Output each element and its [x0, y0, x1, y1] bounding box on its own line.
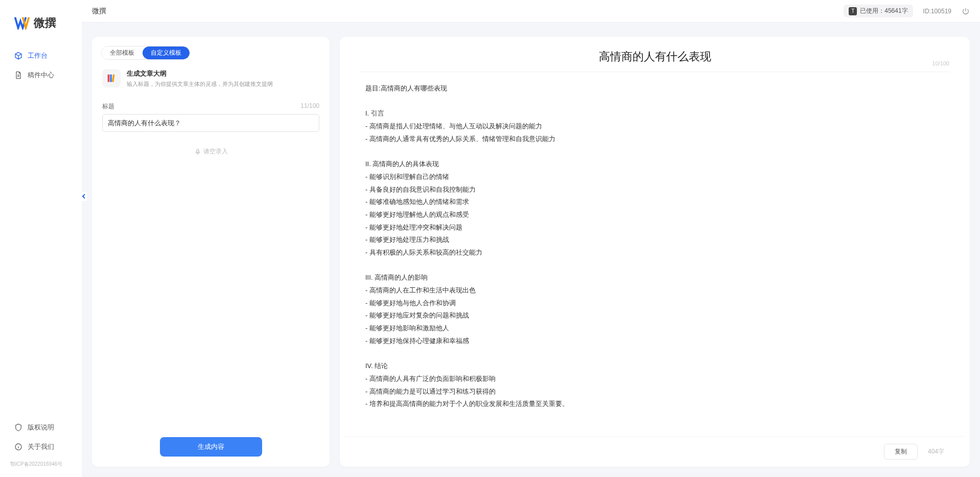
logo: 微撰 [0, 15, 82, 46]
template-card: 生成文章大纲 输入标题，为你提供文章主体的灵感，并为其创建推文提纲 [92, 66, 330, 97]
usage-badge[interactable]: T 已使用：45641字 [844, 5, 913, 17]
voice-input-button[interactable]: 请空录入 [92, 137, 330, 166]
sidebar-item-label: 稿件中心 [28, 71, 54, 80]
sidebar-item-drafts[interactable]: 稿件中心 [0, 65, 82, 85]
sidebar-item-label: 关于我们 [28, 442, 54, 451]
svg-rect-2 [110, 75, 112, 82]
sidebar-item-workspace[interactable]: 工作台 [0, 46, 82, 65]
info-icon [14, 443, 22, 451]
logo-icon [14, 16, 30, 30]
books-icon [102, 69, 121, 87]
chevron-left-icon [81, 194, 86, 199]
microphone-icon [194, 148, 201, 155]
t-icon: T [849, 7, 857, 15]
power-icon[interactable] [962, 7, 970, 15]
sidebar-item-label: 版权说明 [28, 423, 54, 432]
sidebar-item-about[interactable]: 关于我们 [0, 437, 82, 457]
svg-rect-4 [197, 149, 199, 152]
tab-all-templates[interactable]: 全部模板 [102, 47, 143, 59]
word-count: 404字 [928, 447, 944, 456]
field-label: 标题 [102, 102, 114, 111]
sidebar-item-label: 工作台 [28, 51, 48, 60]
user-id: ID:100519 [923, 8, 951, 15]
voice-label: 请空录入 [203, 147, 228, 156]
generate-button[interactable]: 生成内容 [160, 437, 262, 457]
page-title: 微撰 [92, 7, 106, 16]
output-body[interactable]: 题目:高情商的人有哪些表现 I. 引言 - 高情商是指人们处理情绪、与他人互动以… [340, 72, 970, 436]
top-header: 微撰 T 已使用：45641字 ID:100519 [82, 0, 980, 22]
output-footer: 复制 404字 [345, 436, 965, 467]
svg-rect-1 [108, 75, 110, 82]
output-panel: 高情商的人有什么表现 10/100 题目:高情商的人有哪些表现 I. 引言 - … [340, 37, 970, 467]
sidebar: 微撰 工作台 稿件中心 版权说明 关于我们 鄂ICP备2022016946号 [0, 0, 82, 477]
char-counter: 11/100 [300, 102, 319, 111]
output-header: 高情商的人有什么表现 10/100 [360, 37, 949, 72]
title-field-section: 标题 11/100 [92, 97, 330, 137]
shield-icon [14, 423, 22, 431]
sidebar-bottom: 版权说明 关于我们 鄂ICP备2022016946号 [0, 418, 82, 477]
template-tabs: 全部模板 自定义模板 [92, 37, 330, 66]
svg-rect-3 [112, 74, 115, 82]
usage-text: 已使用：45641字 [860, 7, 907, 15]
template-title: 生成文章大纲 [127, 69, 273, 78]
template-desc: 输入标题，为你提供文章主体的灵感，并为其创建推文提纲 [127, 80, 273, 88]
copy-button[interactable]: 复制 [884, 444, 918, 460]
brand-text: 微撰 [34, 15, 56, 31]
document-icon [14, 71, 22, 79]
output-title-counter: 10/100 [932, 60, 949, 66]
sidebar-collapse-toggle[interactable] [81, 192, 87, 201]
output-title: 高情商的人有什么表现 [381, 49, 929, 64]
tab-custom-templates[interactable]: 自定义模板 [143, 47, 190, 59]
input-panel: 全部模板 自定义模板 生成文章大纲 输入标题，为你提供文章主体的灵感，并为其创建… [92, 37, 330, 467]
main-content: 全部模板 自定义模板 生成文章大纲 输入标题，为你提供文章主体的灵感，并为其创建… [82, 22, 980, 477]
icp-text: 鄂ICP备2022016946号 [0, 457, 82, 472]
cube-icon [14, 52, 22, 60]
title-input[interactable] [102, 114, 319, 132]
sidebar-item-copyright[interactable]: 版权说明 [0, 418, 82, 437]
